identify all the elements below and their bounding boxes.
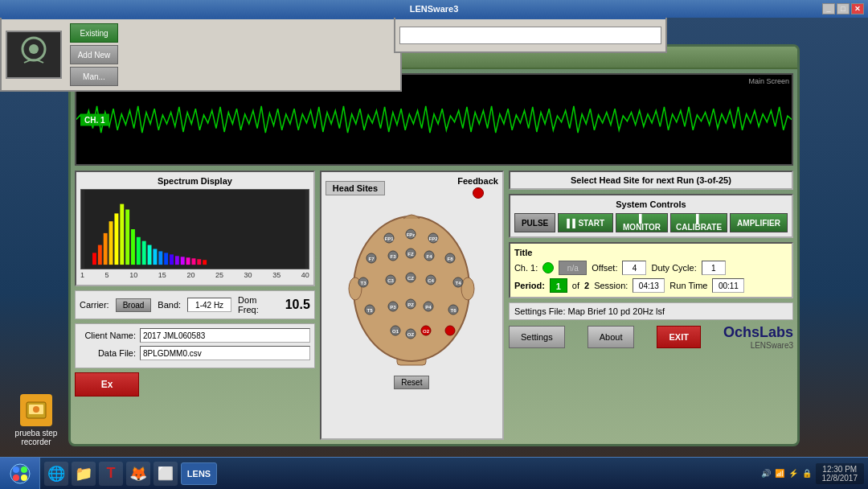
manage-button[interactable]: Man...	[70, 67, 118, 86]
svg-point-76	[13, 466, 19, 473]
svg-rect-12	[137, 237, 141, 265]
title-label: Title	[514, 248, 538, 257]
close-btn[interactable]: ✕	[851, 3, 864, 14]
settings-button[interactable]: Settings	[509, 326, 565, 348]
client-name-input[interactable]	[140, 328, 310, 343]
taskbar-folder-icon[interactable]: 📁	[72, 462, 96, 486]
svg-text:C4: C4	[428, 278, 435, 283]
system-controls-box: System Controls PULSE ▌▌START ▌ MONITOR …	[509, 194, 793, 238]
start-button[interactable]: ▌▌START	[558, 213, 613, 232]
settings-file-box: Settings File: Map Brief 10 pd 20Hz lsf	[509, 302, 793, 320]
taskbar-firefox-icon[interactable]: 🦊	[126, 462, 150, 486]
title-bar-controls: _ □ ✕	[822, 3, 864, 14]
taskbar-win-icon[interactable]: ⬜	[154, 462, 178, 486]
main-title-bar: LENSware3 _ □ ✕	[0, 0, 868, 18]
desktop-icon-label: prueba step recorder	[15, 429, 58, 446]
svg-text:FP2: FP2	[429, 236, 439, 241]
carrier-row: Carrier: Broad Band: Dom Freq: 10.5	[75, 290, 315, 319]
existing-button[interactable]: Existing	[70, 23, 118, 43]
ochslabs-logo: OchsLabs LENSware3	[723, 324, 793, 350]
svg-point-77	[21, 466, 27, 473]
logo-svg	[12, 35, 56, 75]
svg-point-71	[445, 326, 455, 335]
svg-text:FZ: FZ	[408, 252, 415, 257]
svg-text:P3: P3	[391, 305, 397, 310]
session-time-input[interactable]	[633, 278, 665, 293]
main-screen-label: Main Screen	[748, 77, 789, 85]
add-new-button[interactable]: Add New	[70, 45, 118, 64]
ch1-label: Ch. 1:	[514, 263, 538, 273]
dom-freq-label: Dom Freq:	[238, 295, 279, 314]
pulse-button[interactable]: PULSE	[514, 213, 555, 232]
maximize-btn[interactable]: □	[837, 3, 850, 14]
svg-rect-22	[191, 258, 195, 265]
taskbar-right: 🔊 📶 ⚡ 🔒 12:30 PM 12/8/2017	[761, 463, 869, 484]
desktop-icon-prueba[interactable]: prueba step recorder	[12, 394, 60, 446]
feedback-indicator	[473, 187, 484, 199]
svg-text:T4: T4	[456, 281, 462, 286]
clock-area: 12:30 PM 12/8/2017	[816, 463, 865, 484]
monitor-button[interactable]: ▌ MONITOR	[616, 213, 668, 232]
session-content	[395, 19, 665, 51]
main-window: LENSwarm3 - 1 Raw EEG Main Screen CH. 1	[68, 44, 800, 446]
offset-input[interactable]	[622, 261, 646, 275]
calibrate-button[interactable]: ▌ CALIBRATE	[670, 213, 727, 232]
svg-rect-21	[186, 257, 190, 265]
about-button[interactable]: About	[588, 326, 635, 348]
main-content: Raw EEG Main Screen CH. 1 Spectrum Dis	[71, 69, 797, 444]
taskbar: 🌐 📁 T 🦊 ⬜ LENS 🔊 📶 ⚡ 🔒 12:30 PM 12/8	[0, 457, 868, 489]
ch1-row: Ch. 1: Offset: Duty Cycle:	[514, 261, 788, 275]
exit-action-button[interactable]: EXIT	[657, 326, 700, 348]
svg-rect-8	[114, 213, 118, 265]
svg-rect-23	[197, 259, 201, 265]
runtime-input[interactable]	[712, 278, 744, 293]
duty-label: Duty Cycle:	[651, 263, 696, 273]
period-total: 2	[584, 281, 589, 290]
duty-input[interactable]	[702, 261, 726, 275]
system-controls-title: System Controls	[514, 199, 788, 209]
exit-button[interactable]: Ex	[75, 372, 139, 397]
left-panel: Spectrum Display	[75, 171, 315, 440]
svg-text:C3: C3	[388, 278, 395, 283]
svg-text:F4: F4	[427, 254, 433, 259]
svg-rect-10	[125, 210, 129, 265]
middle-panel: Head Sites Feedback	[320, 171, 504, 440]
svg-rect-5	[98, 245, 102, 265]
svg-rect-24	[203, 260, 207, 265]
taskbar-text-icon[interactable]: T	[99, 462, 123, 486]
exit-area: Ex	[75, 372, 315, 397]
data-file-input[interactable]	[140, 346, 310, 360]
na-input[interactable]	[559, 261, 587, 275]
svg-point-28	[461, 277, 474, 300]
spectrum-x-axis: 1 5 10 15 20 25 30 35 40	[80, 269, 309, 281]
spectrum-title: Spectrum Display	[80, 176, 309, 186]
svg-text:P4: P4	[426, 305, 432, 310]
taskbar-ie-icon[interactable]: 🌐	[44, 462, 68, 486]
amplifier-button[interactable]: AMPLIFIER	[730, 213, 788, 232]
svg-text:FPz: FPz	[407, 232, 416, 237]
ochslabs-name: OchsLabs	[723, 324, 793, 341]
svg-text:F3: F3	[391, 254, 397, 259]
session-input[interactable]	[399, 27, 661, 44]
svg-rect-15	[153, 249, 157, 265]
svg-text:CZ: CZ	[407, 276, 414, 281]
band-input[interactable]	[187, 298, 231, 312]
client-info-rows: Client Name: Data File:	[75, 323, 315, 368]
svg-text:F7: F7	[369, 257, 375, 261]
reset-button[interactable]: Reset	[394, 376, 429, 389]
spectrum-chart	[80, 189, 309, 269]
report-sidebar: Existing Add New Man...	[70, 23, 118, 86]
svg-text:O2: O2	[423, 329, 430, 334]
minimize-btn[interactable]: _	[822, 3, 835, 14]
taskbar-lens-icon[interactable]: LENS	[181, 462, 217, 485]
svg-point-78	[13, 475, 19, 481]
svg-point-75	[10, 464, 30, 483]
spectrum-svg	[81, 190, 309, 269]
carrier-broad-button[interactable]: Broad	[116, 298, 152, 312]
title-row-box: Title Ch. 1: Offset: Duty Cycle:	[509, 242, 793, 298]
taskbar-icons-group: 🌐 📁 T 🦊 ⬜ LENS	[40, 462, 221, 486]
report-logo	[6, 31, 62, 79]
of-label: of	[572, 281, 579, 290]
svg-rect-14	[148, 245, 152, 265]
start-button-taskbar[interactable]	[0, 458, 40, 490]
